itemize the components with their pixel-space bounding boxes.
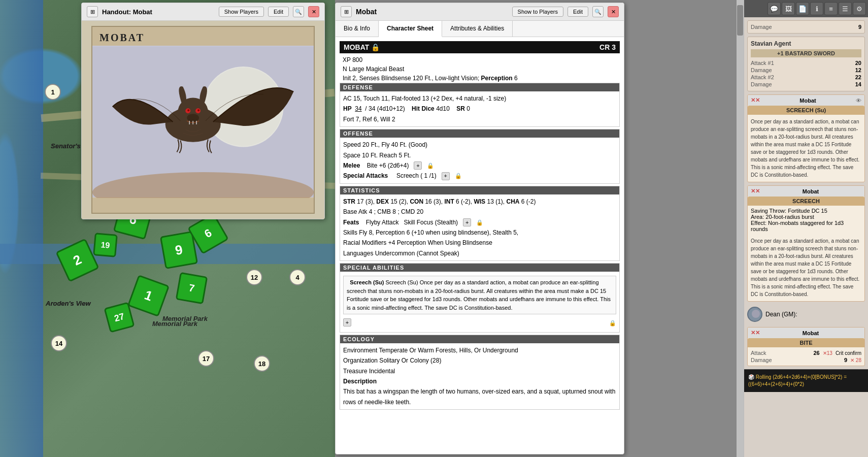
handout-collapse-btn[interactable]: ⊞ <box>87 6 98 17</box>
statistics-body: STR 17 (3), DEX 15 (2), CON 16 (3), INT … <box>340 194 619 260</box>
character-panel: ⊞ Mobat Show to Players Edit 🔍 ✕ Bio & I… <box>335 3 624 454</box>
tab-bio-info[interactable]: Bio & Info <box>336 21 379 37</box>
screech-su-header: SCREECH (Su) <box>748 106 864 115</box>
mobat3-label: Mobat <box>760 330 861 336</box>
character-content[interactable]: MOBAT 🔒 CR 3 XP 800 N Large Magical Beas… <box>336 37 624 448</box>
screech-desc2: Once per day as a standard action, a mob… <box>748 234 864 301</box>
handout-image-area: Mobat <box>82 21 324 219</box>
mobat1-label: Mobat <box>760 97 856 104</box>
character-header: ⊞ Mobat Show to Players Edit 🔍 ✕ <box>336 3 624 21</box>
handout-show-players-btn[interactable]: Show Players <box>219 7 264 17</box>
char-edit-btn[interactable]: Edit <box>567 7 588 17</box>
damage-value: 9 <box>858 24 861 30</box>
bat-illustration <box>92 46 314 198</box>
tab-attributes[interactable]: Attributes & Abilities <box>442 21 513 37</box>
special-abilities-body: Screech (Su) Screech (Su) Once per day a… <box>340 272 619 332</box>
defense-section: DEFENSE AC 15, Touch 11, Flat-footed 13 … <box>340 83 620 127</box>
stat-cr: CR 3 <box>599 43 616 51</box>
svg-point-9 <box>197 109 199 111</box>
damage-label: Damage <box>751 24 772 30</box>
svg-point-10 <box>187 114 199 122</box>
offense-header: OFFENSE <box>340 129 619 138</box>
list-btn[interactable]: ☰ <box>839 2 852 15</box>
type-row: N Large Magical Beast <box>340 64 620 74</box>
svg-point-15 <box>749 318 762 322</box>
bite-card: ✕✕ Mobat BITE Attack 26 ✕13 Crit confirm… <box>747 327 865 366</box>
scrollbar[interactable] <box>737 0 744 457</box>
info-btn[interactable]: ℹ <box>810 2 823 15</box>
ecology-header: ECOLOGY <box>340 335 619 343</box>
doc-btn[interactable]: 📄 <box>796 2 809 15</box>
gm-name: Dean (GM): <box>765 311 797 318</box>
melee-add-btn[interactable]: + <box>414 161 422 170</box>
bite-damage-row: Damage 9 ✕ 28 <box>751 356 861 364</box>
sidebar-toolbar: 💬 🖼 📄 ℹ ≡ ☰ ⚙ <box>744 0 868 17</box>
screech-su-text: Once per day as a standard action, a mob… <box>748 115 864 182</box>
damage2-val: ✕ 28 <box>850 357 861 363</box>
offense-section: OFFENSE Speed 20 Ft., Fly 40 Ft. (Good) … <box>340 129 620 184</box>
damage1-row: Damage 12 <box>751 67 861 74</box>
bat-svg <box>92 46 314 198</box>
handout-header: ⊞ Handout: Mobat Show Players Edit 🔍 ✕ <box>82 3 324 21</box>
char-show-players-btn[interactable]: Show to Players <box>512 7 563 17</box>
screech-header2: SCREECH <box>748 197 864 206</box>
tab-character-sheet[interactable]: Character Sheet <box>379 21 442 37</box>
character-tabs: Bio & Info Character Sheet Attributes & … <box>336 21 624 37</box>
mobat2-label: Mobat <box>760 188 861 194</box>
init-row: Init 2, Senses Blindsense 120 Ft., Low-l… <box>340 74 620 83</box>
ability-add-btn[interactable]: + <box>343 318 351 327</box>
statistics-section: STATISTICS STR 17 (3), DEX 15 (2), CON 1… <box>340 186 620 261</box>
special-add-btn[interactable]: + <box>442 172 450 180</box>
feats-add-btn[interactable]: + <box>463 218 471 226</box>
xx-icon-2: ✕✕ <box>751 188 760 194</box>
char-collapse-btn[interactable]: ⊞ <box>341 6 352 17</box>
effect-row: Effect: Non-mobats staggered for 1d3 rou… <box>751 220 861 232</box>
dice-token-8: 19 <box>93 233 118 257</box>
char-close-btn[interactable]: ✕ <box>608 6 619 17</box>
bite-attack-row: Attack 26 ✕13 Crit confirm <box>751 349 861 356</box>
handout-edit-btn[interactable]: Edit <box>268 7 289 17</box>
damage-card: Damage 9 <box>747 20 865 34</box>
special-abilities-header: SPECIAL ABILITIES <box>340 264 619 272</box>
screech-su-card: ✕✕ Mobat 👁 SCREECH (Su) Once per day as … <box>747 94 865 182</box>
dice-token-4: 1 <box>127 275 170 317</box>
bite-header: BITE <box>748 338 864 347</box>
offense-body: Speed 20 Ft., Fly 40 Ft. (Good) Space 10… <box>340 138 619 183</box>
image-btn[interactable]: 🖼 <box>782 2 795 15</box>
dice-token-6: 7 <box>176 272 208 305</box>
special-abilities-section: SPECIAL ABILITIES Screech (Su) Screech (… <box>340 263 620 333</box>
handout-search-btn[interactable]: 🔍 <box>293 6 304 17</box>
attack1-row: Attack #1 20 <box>751 59 861 67</box>
roll-bar: 🎲 Rolling (2d6+4+2d6+4)+(0[BONUS]*2) = (… <box>744 369 868 392</box>
handout-close-btn[interactable]: ✕ <box>308 6 319 17</box>
damage2-row: Damage 14 <box>751 81 861 88</box>
eye-icon-1[interactable]: 👁 <box>856 97 861 104</box>
crit-icon: ✕13 <box>823 350 832 356</box>
track-btn[interactable]: ≡ <box>824 2 838 15</box>
gm-avatar <box>747 307 762 322</box>
defense-header: DEFENSE <box>340 83 619 91</box>
handout-panel: ⊞ Handout: Mobat Show Players Edit 🔍 ✕ M… <box>81 3 325 219</box>
char-search-btn[interactable]: 🔍 <box>592 6 604 17</box>
ecology-body: Environment Temperate Or Warm Forests, H… <box>340 343 619 409</box>
screech-stats-card: ✕✕ Mobat SCREECH Saving Throw: Fortitude… <box>747 185 865 302</box>
xx-icon-1: ✕✕ <box>751 97 760 104</box>
chat-btn[interactable]: 💬 <box>767 2 781 15</box>
screech-ability-box: Screech (Su) Screech (Su) Once per day a… <box>343 276 616 314</box>
saving-throw-row: Saving Throw: Fortitude DC 15 <box>751 208 861 214</box>
scrollbar-thumb[interactable] <box>737 5 743 36</box>
ecology-section: ECOLOGY Environment Temperate Or Warm Fo… <box>340 335 620 410</box>
handout-mob-name: Mobat <box>92 27 314 46</box>
defense-body: AC 15, Touch 11, Flat-footed 13 (+2 Dex,… <box>340 91 619 126</box>
xx-icon-3: ✕✕ <box>751 330 760 336</box>
bastard-sword-header: +1 BASTARD SWORD <box>751 49 861 57</box>
statistics-header: STATISTICS <box>340 186 619 194</box>
settings-btn[interactable]: ⚙ <box>853 2 866 15</box>
stavian-card: Stavian Agent +1 BASTARD SWORD Attack #1… <box>747 37 865 91</box>
svg-point-8 <box>187 109 189 111</box>
stat-mob-name: MOBAT 🔒 <box>344 43 380 51</box>
stavian-title: Stavian Agent <box>751 40 861 47</box>
character-title: Mobat <box>356 8 508 16</box>
handout-title: Handout: Mobat <box>102 8 215 16</box>
right-sidebar: 💬 🖼 📄 ℹ ≡ ☰ ⚙ Damage 9 Stavian Agent +1 … <box>744 0 868 457</box>
